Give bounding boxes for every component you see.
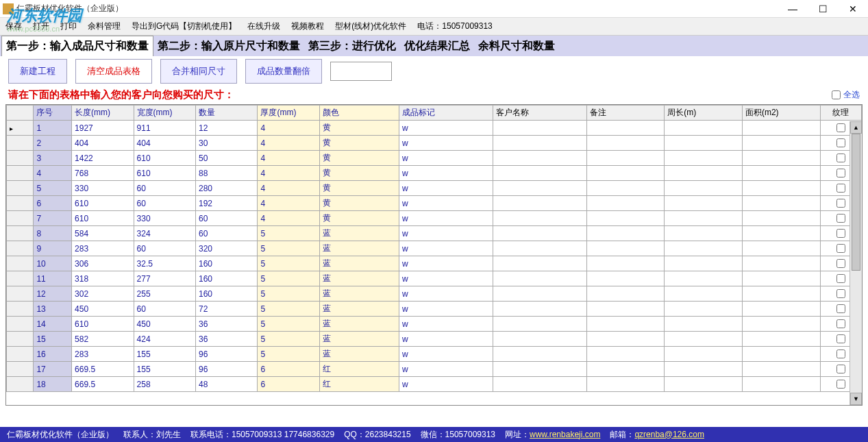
cell-length[interactable]: 318 xyxy=(72,271,134,286)
close-button[interactable]: ✕ xyxy=(838,0,868,18)
row-header[interactable] xyxy=(7,317,34,332)
texture-checkbox[interactable] xyxy=(836,169,845,177)
cell-seq[interactable]: 5 xyxy=(34,181,72,196)
cell-qty[interactable]: 96 xyxy=(196,347,258,362)
cell-seq[interactable]: 2 xyxy=(34,136,72,151)
cell-area[interactable] xyxy=(742,166,820,181)
cell-thickness[interactable]: 4 xyxy=(258,151,319,166)
cell-mark[interactable]: w xyxy=(399,271,493,286)
menu-video-tutorial[interactable]: 视频教程 xyxy=(291,21,324,32)
row-header[interactable] xyxy=(7,121,34,136)
cell-area[interactable] xyxy=(742,256,820,271)
cell-area[interactable] xyxy=(742,211,820,226)
cell-thickness[interactable]: 5 xyxy=(258,317,319,332)
cell-perimeter[interactable] xyxy=(665,332,743,347)
cell-width[interactable]: 404 xyxy=(134,136,195,151)
cell-seq[interactable]: 10 xyxy=(34,256,72,271)
cell-customer[interactable] xyxy=(493,271,586,286)
cell-area[interactable] xyxy=(742,286,820,302)
cell-perimeter[interactable] xyxy=(665,271,743,286)
cell-note[interactable] xyxy=(586,226,665,241)
col-seq[interactable]: 序号 xyxy=(34,106,72,121)
cell-note[interactable] xyxy=(586,196,665,211)
cell-thickness[interactable]: 5 xyxy=(258,241,319,256)
cell-mark[interactable]: w xyxy=(399,286,493,302)
cell-note[interactable] xyxy=(586,362,665,377)
cell-width[interactable]: 330 xyxy=(134,211,195,226)
cell-width[interactable]: 424 xyxy=(134,332,195,347)
row-header[interactable] xyxy=(7,226,34,241)
menu-print[interactable]: 打印 xyxy=(60,21,77,32)
cell-customer[interactable] xyxy=(493,347,586,362)
cell-color[interactable]: 红 xyxy=(319,377,399,392)
cell-length[interactable]: 582 xyxy=(72,332,134,347)
cell-customer[interactable] xyxy=(493,121,586,136)
cell-color[interactable]: 黄 xyxy=(319,121,399,136)
texture-checkbox[interactable] xyxy=(836,199,845,208)
cell-area[interactable] xyxy=(742,317,820,332)
menu-export-gcode[interactable]: 导出到G代码【切割机使用】 xyxy=(132,21,236,32)
table-row[interactable]: 7610330604黄w xyxy=(7,211,862,226)
row-header[interactable] xyxy=(7,256,34,271)
cell-length[interactable]: 1422 xyxy=(72,151,134,166)
cell-thickness[interactable]: 6 xyxy=(258,377,319,392)
cell-qty[interactable]: 36 xyxy=(196,332,258,347)
cell-customer[interactable] xyxy=(493,362,586,377)
cell-qty[interactable]: 280 xyxy=(196,181,258,196)
row-header[interactable] xyxy=(7,151,34,166)
menu-open[interactable]: 打开 xyxy=(33,21,49,32)
cell-seq[interactable]: 9 xyxy=(34,241,72,256)
cell-thickness[interactable]: 5 xyxy=(258,271,319,286)
row-header[interactable] xyxy=(7,362,34,377)
cell-color[interactable]: 红 xyxy=(319,362,399,377)
table-row[interactable]: 1345060725蓝w xyxy=(7,302,862,317)
col-color[interactable]: 颜色 xyxy=(319,106,399,121)
cell-customer[interactable] xyxy=(493,377,586,392)
cell-length[interactable]: 283 xyxy=(72,347,134,362)
table-row[interactable]: 15582424365蓝w xyxy=(7,332,862,347)
cell-area[interactable] xyxy=(742,196,820,211)
cell-seq[interactable]: 3 xyxy=(34,151,72,166)
cell-perimeter[interactable] xyxy=(665,317,743,332)
cell-width[interactable]: 610 xyxy=(134,151,195,166)
cell-note[interactable] xyxy=(586,136,665,151)
cell-customer[interactable] xyxy=(493,166,586,181)
cell-seq[interactable]: 7 xyxy=(34,211,72,226)
cell-color[interactable]: 蓝 xyxy=(319,256,399,271)
cell-qty[interactable]: 60 xyxy=(196,211,258,226)
row-header[interactable] xyxy=(7,211,34,226)
cell-seq[interactable]: 11 xyxy=(34,271,72,286)
tab-scrap[interactable]: 余料尺寸和数量 xyxy=(474,36,559,56)
texture-checkbox[interactable] xyxy=(836,244,845,253)
cell-mark[interactable]: w xyxy=(399,362,493,377)
cell-mark[interactable]: w xyxy=(399,377,493,392)
cell-thickness[interactable]: 4 xyxy=(258,196,319,211)
cell-perimeter[interactable] xyxy=(665,151,743,166)
cell-color[interactable]: 黄 xyxy=(319,151,399,166)
cell-qty[interactable]: 48 xyxy=(196,377,258,392)
cell-thickness[interactable]: 6 xyxy=(258,362,319,377)
cell-area[interactable] xyxy=(742,121,820,136)
cell-width[interactable]: 911 xyxy=(134,121,195,136)
texture-checkbox[interactable] xyxy=(836,380,845,389)
cell-area[interactable] xyxy=(742,377,820,392)
cell-qty[interactable]: 50 xyxy=(196,151,258,166)
cell-note[interactable] xyxy=(586,151,665,166)
cell-mark[interactable]: w xyxy=(399,302,493,317)
texture-checkbox[interactable] xyxy=(836,289,845,298)
texture-checkbox[interactable] xyxy=(836,304,845,313)
menu-profile-opt[interactable]: 型材(线材)优化软件 xyxy=(335,21,406,32)
cell-seq[interactable]: 14 xyxy=(34,317,72,332)
cell-length[interactable]: 610 xyxy=(72,317,134,332)
col-thickness[interactable]: 厚度(mm) xyxy=(258,106,319,121)
cell-thickness[interactable]: 4 xyxy=(258,166,319,181)
cell-perimeter[interactable] xyxy=(665,256,743,271)
cell-seq[interactable]: 17 xyxy=(34,362,72,377)
cell-area[interactable] xyxy=(742,302,820,317)
clear-table-button[interactable]: 清空成品表格 xyxy=(75,59,152,84)
cell-area[interactable] xyxy=(742,241,820,256)
table-row[interactable]: 1030632.51605蓝w xyxy=(7,256,862,271)
texture-checkbox[interactable] xyxy=(836,214,845,223)
cell-color[interactable]: 蓝 xyxy=(319,286,399,302)
cell-area[interactable] xyxy=(742,151,820,166)
